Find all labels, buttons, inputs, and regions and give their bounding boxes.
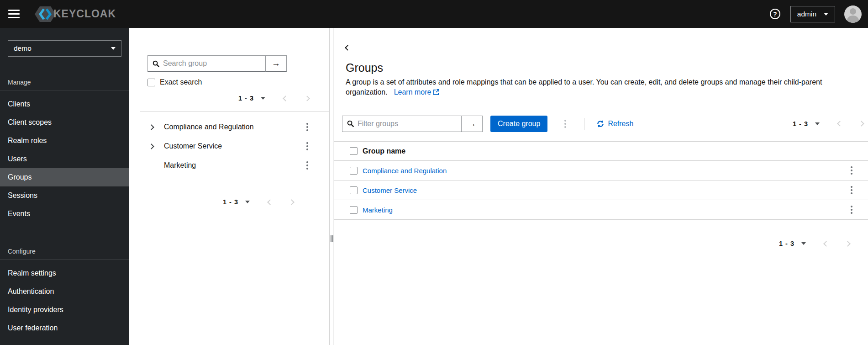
table-row: Customer Service xyxy=(334,180,868,200)
splitter-grip-icon[interactable] xyxy=(331,235,333,242)
hamburger-menu-icon[interactable] xyxy=(8,10,20,18)
pagination-prev-icon[interactable] xyxy=(283,96,289,101)
realm-selector-value: demo xyxy=(14,44,32,53)
divider xyxy=(0,259,129,260)
learn-more-link[interactable]: Learn more xyxy=(394,88,440,96)
page-description: A group is a set of attributes and role … xyxy=(346,77,830,97)
row-checkbox[interactable] xyxy=(350,186,358,194)
create-group-button[interactable]: Create group xyxy=(490,116,547,132)
filter-submit-button[interactable]: → xyxy=(461,116,483,132)
collapse-panel-button[interactable] xyxy=(344,42,352,53)
user-menu-label: admin xyxy=(797,10,816,18)
pagination-next-icon[interactable] xyxy=(289,199,295,205)
sidebar: demo Manage Clients Client scopes Realm … xyxy=(0,28,129,345)
table-pagination-bottom: 1 - 3 xyxy=(779,238,850,249)
help-icon[interactable]: ? xyxy=(770,9,780,19)
group-tree: Compliance and Regulation Customer Servi… xyxy=(129,117,329,175)
select-all-checkbox[interactable] xyxy=(350,147,358,155)
pagination-range: 1 - 3 xyxy=(223,198,238,206)
nav-section-title-configure: Configure xyxy=(0,241,129,259)
chevron-down-icon xyxy=(824,13,828,16)
pagination-options-caret-icon[interactable] xyxy=(801,242,806,245)
sidebar-item-users[interactable]: Users xyxy=(0,150,129,168)
sidebar-item-client-scopes[interactable]: Client scopes xyxy=(0,113,129,132)
sidebar-item-sessions[interactable]: Sessions xyxy=(0,186,129,205)
panel-splitter[interactable] xyxy=(330,28,334,345)
top-bar: KEYCLOAK ? admin xyxy=(0,0,868,28)
tree-item-customer-service[interactable]: Customer Service xyxy=(129,137,329,156)
sidebar-item-groups[interactable]: Groups xyxy=(0,168,129,186)
divider xyxy=(140,111,329,111)
pagination-range: 1 - 3 xyxy=(238,95,254,102)
chevron-down-icon xyxy=(111,47,116,50)
refresh-label: Refresh xyxy=(608,120,633,128)
group-search-input[interactable] xyxy=(163,59,261,68)
column-header-group-name: Group name xyxy=(363,147,405,155)
group-tree-panel: → Exact search 1 - 3 Compliance and Regu… xyxy=(129,28,330,345)
tree-item-label: Customer Service xyxy=(164,142,222,150)
sidebar-item-clients[interactable]: Clients xyxy=(0,95,129,113)
sidebar-item-user-federation[interactable]: User federation xyxy=(0,319,129,337)
refresh-button[interactable]: Refresh xyxy=(597,120,633,128)
table-header-row: Group name xyxy=(334,141,868,161)
divider xyxy=(584,118,584,130)
expand-chevron-icon[interactable] xyxy=(148,124,154,130)
toolbar-kebab-menu-icon[interactable] xyxy=(563,118,568,130)
group-link-customer-service[interactable]: Customer Service xyxy=(363,186,417,194)
filter-groups-field xyxy=(342,116,462,132)
pagination-next-icon[interactable] xyxy=(858,121,864,127)
exact-search-checkbox[interactable] xyxy=(147,79,155,86)
pagination-range: 1 - 3 xyxy=(779,240,794,247)
table-pagination-top: 1 - 3 xyxy=(793,118,863,130)
sidebar-item-identity-providers[interactable]: Identity providers xyxy=(0,301,129,319)
kebab-menu-icon[interactable] xyxy=(305,140,310,152)
topbar-actions: ? admin xyxy=(770,5,862,23)
sidebar-item-authentication[interactable]: Authentication xyxy=(0,282,129,301)
sidebar-item-realm-roles[interactable]: Realm roles xyxy=(0,132,129,150)
table-row: Marketing xyxy=(334,200,868,220)
row-kebab-menu-icon[interactable] xyxy=(849,184,854,196)
pagination-options-caret-icon[interactable] xyxy=(261,97,265,100)
pagination-prev-icon[interactable] xyxy=(267,199,273,205)
group-link-marketing[interactable]: Marketing xyxy=(363,206,393,214)
keycloak-logo: KEYCLOAK xyxy=(33,5,116,23)
search-icon xyxy=(347,120,354,127)
pagination-prev-icon[interactable] xyxy=(837,121,843,127)
realm-selector[interactable]: demo xyxy=(8,40,121,57)
row-kebab-menu-icon[interactable] xyxy=(849,165,854,176)
pagination-next-icon[interactable] xyxy=(845,241,851,247)
tree-item-compliance-and-regulation[interactable]: Compliance and Regulation xyxy=(129,117,329,137)
group-search-submit-button[interactable]: → xyxy=(265,55,287,72)
row-kebab-menu-icon[interactable] xyxy=(849,204,854,216)
pagination-options-caret-icon[interactable] xyxy=(815,122,820,125)
kebab-menu-icon[interactable] xyxy=(305,121,310,133)
tree-item-label: Marketing xyxy=(164,161,196,170)
nav-section-title-manage: Manage xyxy=(0,72,129,90)
filter-groups-input[interactable] xyxy=(358,120,457,128)
expand-chevron-icon[interactable] xyxy=(148,143,154,149)
sidebar-item-realm-settings[interactable]: Realm settings xyxy=(0,264,129,282)
group-search-field xyxy=(147,55,266,72)
tree-pagination-top: 1 - 3 xyxy=(238,92,309,104)
kebab-menu-icon[interactable] xyxy=(305,159,310,171)
tree-item-label: Compliance and Regulation xyxy=(164,123,254,131)
user-menu-dropdown[interactable]: admin xyxy=(790,6,835,22)
sidebar-item-events[interactable]: Events xyxy=(0,205,129,223)
tree-item-marketing[interactable]: Marketing xyxy=(129,156,329,175)
pagination-next-icon[interactable] xyxy=(304,96,310,101)
learn-more-label: Learn more xyxy=(394,88,431,96)
pagination-options-caret-icon[interactable] xyxy=(245,201,250,203)
nav-list-manage: Clients Client scopes Realm roles Users … xyxy=(0,95,129,223)
divider xyxy=(0,90,129,90)
group-link-compliance-and-regulation[interactable]: Compliance and Regulation xyxy=(363,167,447,175)
groups-toolbar: → Create group Refresh 1 - 3 xyxy=(342,115,868,132)
row-checkbox[interactable] xyxy=(350,167,358,175)
table-row: Compliance and Regulation xyxy=(334,161,868,180)
pagination-prev-icon[interactable] xyxy=(823,241,829,247)
avatar[interactable] xyxy=(844,5,862,23)
tree-pagination-bottom: 1 - 3 xyxy=(223,196,294,208)
external-link-icon xyxy=(433,89,439,95)
nav-list-configure: Realm settings Authentication Identity p… xyxy=(0,264,129,337)
row-checkbox[interactable] xyxy=(350,206,358,214)
groups-table: Group name Compliance and Regulation Cus… xyxy=(334,141,868,220)
